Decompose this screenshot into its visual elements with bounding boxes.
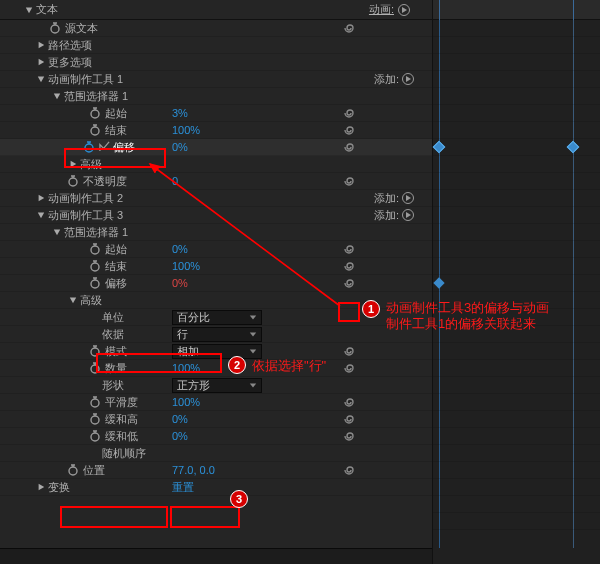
expression-spiral-icon[interactable] [342,395,356,409]
twirl-down-icon[interactable] [36,74,46,84]
prop-random-order[interactable]: 随机顺序 [102,446,146,461]
range-selector-label[interactable]: 范围选择器 1 [64,225,128,240]
prop-ease-low2[interactable]: 缓和低 [105,429,138,444]
play-icon[interactable] [402,209,414,221]
stopwatch-icon[interactable] [88,106,102,120]
val-a3-offset[interactable]: 0% [172,277,188,289]
units-dropdown[interactable]: 百分比 [172,310,262,325]
row-mode: 模式 相加 [0,343,432,360]
stopwatch-icon[interactable] [88,361,102,375]
twirl-right-icon[interactable] [36,482,46,492]
expression-spiral-icon[interactable] [342,242,356,256]
twirl-right-icon[interactable] [36,40,46,50]
prop-transform[interactable]: 变换 [48,480,70,495]
annotation-badge-3: 3 [230,490,248,508]
prop-based-on: 依据 [102,327,124,342]
add-menu-label[interactable]: 添加: [374,191,399,206]
prop-amount[interactable]: 数量 [105,361,127,376]
val-position[interactable]: 77.0, 0.0 [172,464,215,476]
animate-menu-label[interactable]: 动画: [369,2,394,17]
stopwatch-icon[interactable] [88,123,102,137]
val-ease-low2[interactable]: 0% [172,430,188,442]
prop-path-options[interactable]: 路径选项 [48,38,92,53]
time-ruler[interactable] [433,0,600,20]
prop-ease-low[interactable]: 缓和高 [105,412,138,427]
stopwatch-icon[interactable] [88,429,102,443]
svg-point-2 [91,127,99,135]
stopwatch-icon[interactable] [88,276,102,290]
val-a1-offset[interactable]: 0% [172,141,188,153]
prop-advanced[interactable]: 高级 [80,293,102,308]
prop-mode: 模式 [105,344,127,359]
val-a1-opacity[interactable]: 0 [172,175,178,187]
stopwatch-icon[interactable] [88,395,102,409]
prop-position[interactable]: 位置 [83,463,105,478]
expression-spiral-icon[interactable] [342,344,356,358]
expression-spiral-icon[interactable] [342,140,356,154]
stopwatch-icon[interactable] [48,21,62,35]
expression-spiral-icon[interactable] [342,21,356,35]
val-a3-end[interactable]: 100% [172,260,200,272]
based-on-dropdown[interactable]: 行 [172,327,262,342]
range-selector-label[interactable]: 范围选择器 1 [64,89,128,104]
play-icon[interactable] [402,73,414,85]
stopwatch-icon[interactable] [88,242,102,256]
add-menu-label[interactable]: 添加: [374,208,399,223]
prop-a1-offset[interactable]: 偏移 [113,140,135,155]
row-based-on: 依据 行 [0,326,432,343]
svg-point-0 [51,25,59,33]
add-menu-label[interactable]: 添加: [374,72,399,87]
prop-start[interactable]: 起始 [105,106,127,121]
expression-spiral-icon[interactable] [342,412,356,426]
play-icon[interactable] [398,4,410,16]
twirl-right-icon[interactable] [68,159,78,169]
stopwatch-icon[interactable] [88,259,102,273]
expression-spiral-icon[interactable] [342,463,356,477]
stopwatch-icon[interactable] [66,174,80,188]
val-a3-start[interactable]: 0% [172,243,188,255]
twirl-down-icon[interactable] [52,227,62,237]
twirl-down-icon[interactable] [52,91,62,101]
prop-end[interactable]: 结束 [105,259,127,274]
prop-more-options[interactable]: 更多选项 [48,55,92,70]
prop-start[interactable]: 起始 [105,242,127,257]
prop-a3-offset[interactable]: 偏移 [105,276,127,291]
shape-dropdown[interactable]: 正方形 [172,378,262,393]
expression-spiral-icon[interactable] [342,123,356,137]
expression-spiral-icon[interactable] [342,276,356,290]
graph-icon[interactable] [99,141,110,154]
twirl-right-icon[interactable] [36,57,46,67]
timeline-area[interactable] [432,0,600,564]
shape-dropdown-value: 正方形 [177,378,210,393]
twirl-right-icon[interactable] [36,193,46,203]
expression-spiral-icon[interactable] [342,174,356,188]
annotation-text-2: 依据选择"行" [252,358,326,374]
val-a1-start[interactable]: 3% [172,107,188,119]
animator3-label[interactable]: 动画制作工具 3 [48,208,123,223]
val-a1-end[interactable]: 100% [172,124,200,136]
val-ease-low[interactable]: 0% [172,413,188,425]
prop-opacity[interactable]: 不透明度 [83,174,127,189]
stopwatch-icon[interactable] [88,344,102,358]
val-amount[interactable]: 100% [172,362,200,374]
twirl-down-icon[interactable] [24,5,34,15]
expression-spiral-icon[interactable] [342,106,356,120]
reset-link[interactable]: 重置 [172,480,194,495]
prop-ease-high[interactable]: 平滑度 [105,395,138,410]
prop-source-text[interactable]: 源文本 [65,21,98,36]
stopwatch-icon[interactable] [88,412,102,426]
expression-spiral-icon[interactable] [342,259,356,273]
twirl-down-icon[interactable] [36,210,46,220]
play-icon[interactable] [402,192,414,204]
expression-spiral-icon[interactable] [342,429,356,443]
stopwatch-icon[interactable] [66,463,80,477]
mode-dropdown[interactable]: 相加 [172,344,262,359]
stopwatch-icon[interactable] [82,140,96,154]
animator2-label[interactable]: 动画制作工具 2 [48,191,123,206]
prop-advanced[interactable]: 高级 [80,157,102,172]
expression-spiral-icon[interactable] [342,361,356,375]
prop-end[interactable]: 结束 [105,123,127,138]
val-ease-high[interactable]: 100% [172,396,200,408]
twirl-down-icon[interactable] [68,295,78,305]
animator1-label[interactable]: 动画制作工具 1 [48,72,123,87]
